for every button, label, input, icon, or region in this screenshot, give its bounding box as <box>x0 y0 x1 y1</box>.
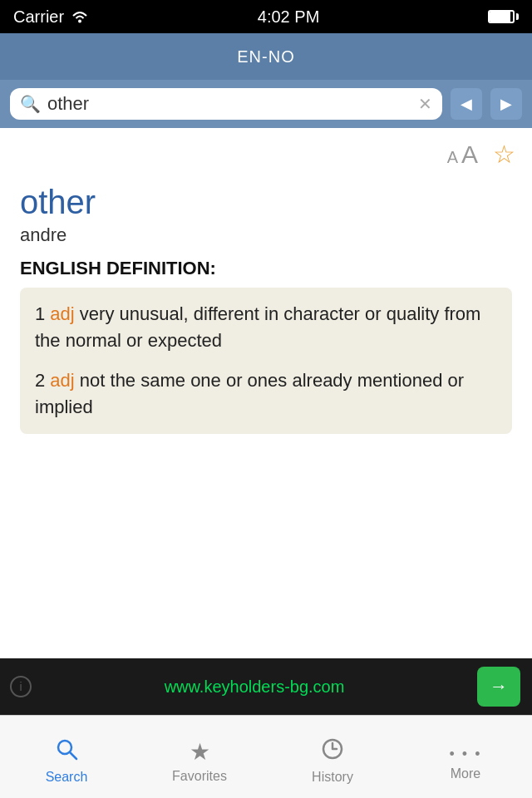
battery-icon <box>488 10 519 23</box>
ad-banner: i www.keyholders-bg.com → <box>0 658 532 715</box>
ad-url[interactable]: www.keyholders-bg.com <box>32 677 477 697</box>
definition-entry: 1 adj very unusual, different in charact… <box>35 301 497 354</box>
def-pos: adj <box>50 370 74 391</box>
tab-more[interactable]: • • • More <box>399 733 532 781</box>
forward-arrow-icon: ▶ <box>500 95 512 113</box>
back-arrow-icon: ◀ <box>461 95 472 113</box>
history-tab-label: History <box>312 770 353 785</box>
carrier-text: Carrier <box>13 7 64 27</box>
nav-bar: EN-NO <box>0 33 532 80</box>
back-arrow-button[interactable]: ◀ <box>451 88 482 120</box>
more-tab-label: More <box>451 766 480 781</box>
favorite-star-icon[interactable]: ☆ <box>493 140 515 169</box>
tab-favorites[interactable]: ★ Favorites <box>133 730 266 784</box>
tab-bar: Search ★ Favorites History • • • More <box>0 715 532 798</box>
def-number: 1 <box>35 303 50 324</box>
content-area: A A ☆ other andre ENGLISH DEFINITION: 1 … <box>0 128 532 653</box>
font-large-icon[interactable]: A <box>461 140 478 169</box>
clear-icon[interactable]: ✕ <box>418 94 432 114</box>
search-tab-label: Search <box>46 770 88 785</box>
section-header: ENGLISH DEFINITION: <box>20 258 512 279</box>
font-small-icon[interactable]: A <box>447 148 458 167</box>
nav-bar-title: EN-NO <box>237 47 294 66</box>
search-input-container: 🔍 ✕ <box>10 88 442 120</box>
more-tab-icon: • • • <box>450 741 482 763</box>
svg-point-0 <box>78 20 81 23</box>
ad-info-icon[interactable]: i <box>10 676 32 697</box>
ad-arrow-button[interactable]: → <box>477 667 520 707</box>
search-bar: 🔍 ✕ ◀ ▶ <box>0 80 532 128</box>
word-content: other andre ENGLISH DEFINITION: 1 adj ve… <box>0 175 532 451</box>
font-toolbar: A A ☆ <box>0 128 532 175</box>
history-tab-icon <box>321 737 344 766</box>
search-icon: 🔍 <box>20 94 41 114</box>
wifi-icon <box>71 10 89 23</box>
font-size-controls[interactable]: A A <box>447 140 478 169</box>
svg-point-1 <box>58 741 71 754</box>
search-tab-icon <box>55 737 78 766</box>
time-label: 4:02 PM <box>258 7 319 27</box>
favorites-tab-icon: ★ <box>190 738 210 766</box>
status-bar: Carrier 4:02 PM <box>0 0 532 33</box>
def-number: 2 <box>35 370 50 391</box>
word-translation: andre <box>20 224 512 246</box>
favorites-tab-label: Favorites <box>172 769 227 784</box>
svg-line-2 <box>71 753 77 760</box>
definition-box: 1 adj very unusual, different in charact… <box>20 288 512 434</box>
def-pos: adj <box>50 303 74 324</box>
def-text: not the same one or ones already mention… <box>35 370 464 417</box>
tab-search[interactable]: Search <box>0 729 133 785</box>
search-input[interactable] <box>47 93 411 115</box>
carrier-label: Carrier <box>13 7 89 27</box>
word-title: other <box>20 184 512 221</box>
def-text: very unusual, different in character or … <box>35 303 480 351</box>
ad-arrow-icon: → <box>490 676 508 697</box>
tab-history[interactable]: History <box>266 729 399 785</box>
definition-entry: 2 adj not the same one or ones already m… <box>35 367 497 421</box>
forward-arrow-button[interactable]: ▶ <box>490 88 522 120</box>
